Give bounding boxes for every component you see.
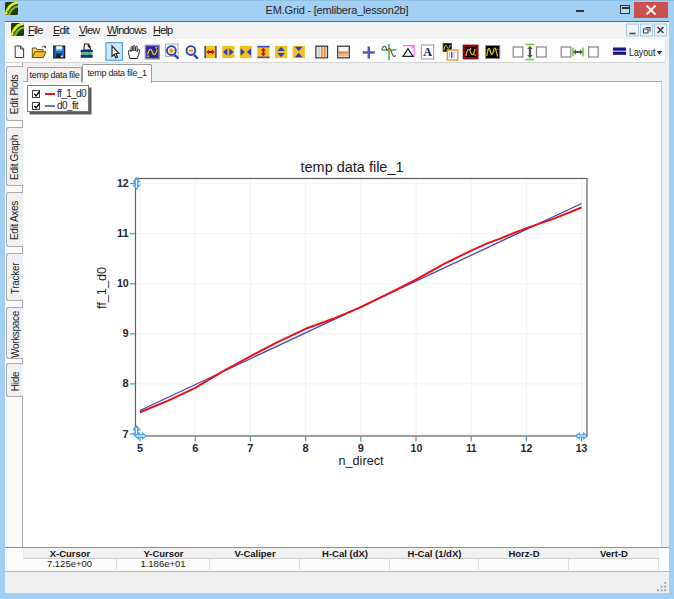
svg-text:10: 10	[117, 277, 129, 289]
svg-text:6: 6	[192, 442, 198, 454]
svg-text:A: A	[423, 45, 432, 59]
svg-text:7: 7	[123, 428, 129, 440]
svg-text:5: 5	[137, 442, 143, 454]
svg-text:7: 7	[247, 442, 253, 454]
svg-text:temp data file_1: temp data file_1	[301, 159, 404, 175]
svg-text:8: 8	[123, 377, 129, 389]
svg-text:n_direct: n_direct	[339, 453, 384, 468]
svg-text:11: 11	[466, 442, 477, 454]
svg-text:10: 10	[411, 442, 423, 454]
svg-text:8: 8	[303, 442, 309, 454]
svg-text:9: 9	[123, 327, 129, 339]
svg-text:12: 12	[521, 442, 533, 454]
svg-text:13: 13	[576, 442, 588, 454]
svg-text:Layout: Layout	[629, 46, 655, 58]
svg-text:ff_1_d0: ff_1_d0	[94, 267, 109, 309]
svg-text:11: 11	[117, 227, 129, 239]
svg-text:12: 12	[117, 177, 129, 189]
